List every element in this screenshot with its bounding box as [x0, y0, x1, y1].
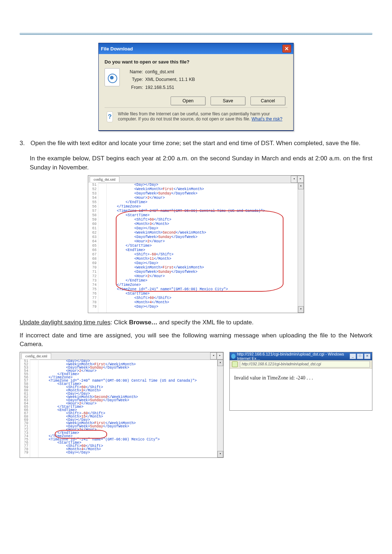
scroll-down-icon[interactable]: ▾	[217, 451, 223, 457]
scroll-right-icon[interactable]: ▸	[297, 176, 304, 183]
browser-error-screenshot: http://192.168.6.121/cgi-bin/admin/uploa…	[229, 352, 372, 411]
ie-icon	[231, 354, 236, 359]
file-info: Name:config_dst.xml Type:XML Document, 1…	[126, 68, 195, 91]
name-value: config_dst.xml	[145, 69, 174, 74]
type-value: XML Document, 11.1 KB	[145, 77, 195, 82]
editor-tab[interactable]: config_dst.xml	[90, 176, 119, 182]
step3-para2: In the example below, DST begins each ye…	[30, 154, 372, 172]
fold-tree-gutter	[98, 183, 107, 313]
line-number-gutter: 5152535455565758596061626364656667686970…	[88, 183, 98, 313]
header-separator	[20, 33, 372, 35]
dialog-title: File Download	[101, 46, 133, 52]
maximize-icon[interactable]: □	[357, 353, 363, 359]
scroll-right-icon[interactable]: ▸	[217, 352, 223, 360]
scroll-up-icon[interactable]: ▴	[298, 183, 304, 189]
scroll-down-icon[interactable]: ▾	[298, 306, 304, 313]
from-label: From:	[126, 84, 143, 91]
dialog-close-button[interactable]: ✕	[282, 45, 291, 53]
name-label: Name:	[126, 68, 143, 76]
dialog-question: Do you want to open or save this file?	[105, 59, 287, 65]
ie-error-body: Invalid value in TimeZone id: -240 . . .	[230, 369, 372, 387]
scroll-left-icon[interactable]: ◂	[291, 176, 297, 183]
incorrect-text: If incorrect date and time are assigned,…	[20, 331, 372, 349]
file-download-dialog: File Download ✕ Do you want to open or s…	[98, 43, 294, 131]
type-label: Type:	[126, 76, 143, 83]
fold-tree-gutter	[30, 360, 38, 457]
code-area: <Day></Day> <WeekinMonth>First</WeekinMo…	[107, 183, 298, 313]
warning-icon: ?	[107, 111, 113, 122]
ie-page-icon	[232, 361, 238, 367]
close-icon: ✕	[285, 46, 289, 51]
line-number-gutter: 5152535455565758596061626364656667686970…	[20, 360, 30, 457]
xml-editor-screenshot-a: config_dst.xml ◂ ▸ 515253545556575859606…	[88, 175, 304, 313]
warning-text: While files from the Internet can be use…	[118, 111, 285, 122]
file-type-icon	[105, 68, 120, 86]
scroll-left-icon[interactable]: ◂	[210, 352, 217, 360]
address-bar[interactable]	[240, 361, 370, 368]
minimize-icon[interactable]: _	[350, 353, 356, 359]
scroll-up-icon[interactable]: ▴	[217, 360, 223, 366]
xml-editor-screenshot-b: config_dst.xml ◂ ▸ 515253545556575859606…	[20, 352, 224, 458]
save-button[interactable]: Save	[211, 97, 245, 105]
step-number: 3.	[20, 139, 28, 148]
editor-tab[interactable]: config_dst.xml	[21, 353, 51, 359]
dialog-titlebar: File Download ✕	[99, 43, 293, 54]
whats-the-risk-link[interactable]: What's the risk?	[252, 116, 282, 122]
code-area: <Day></Day> <WeekinMonth>First</WeekinMo…	[38, 360, 217, 457]
ie-window-title: http://192.168.6.121/cgi-bin/admin/uploa…	[237, 352, 350, 361]
vertical-scrollbar[interactable]: ▴ ▾	[217, 360, 223, 457]
close-icon[interactable]: ✕	[364, 353, 371, 359]
from-value: 192.168.5.151	[145, 85, 174, 90]
open-button[interactable]: Open	[171, 97, 205, 105]
step3-text: Open the file with text editor and locat…	[30, 139, 360, 148]
cancel-button[interactable]: Cancel	[250, 97, 285, 105]
update-rules-line: Update daylight saving time rules: Click…	[20, 319, 372, 326]
vertical-scrollbar[interactable]: ▴ ▾	[298, 183, 304, 313]
